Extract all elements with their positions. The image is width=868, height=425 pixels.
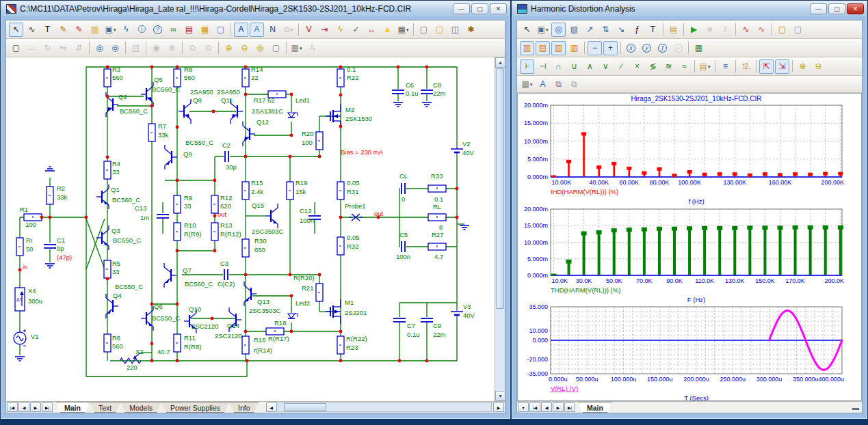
component-R32[interactable] bbox=[337, 237, 344, 255]
component-Q9[interactable] bbox=[165, 145, 177, 169]
node-voltages-icon[interactable]: V bbox=[302, 23, 316, 37]
valley-icon[interactable]: ∪ bbox=[567, 59, 581, 74]
component-R1[interactable] bbox=[24, 214, 42, 221]
stepping-icon[interactable]: ∿ bbox=[754, 23, 769, 37]
inflection-icon[interactable]: × bbox=[630, 59, 644, 74]
tab-text[interactable]: Text bbox=[90, 402, 120, 413]
next-page-button[interactable]: ▶ bbox=[30, 402, 41, 412]
component-R20[interactable] bbox=[316, 132, 323, 150]
component-R13[interactable] bbox=[211, 223, 218, 241]
component-R4[interactable] bbox=[104, 161, 111, 179]
minimize-button[interactable]: — bbox=[810, 3, 827, 14]
component-Q15[interactable] bbox=[265, 204, 278, 228]
find-part-wand-icon[interactable]: ϟ bbox=[119, 23, 133, 37]
prev-page-button[interactable]: ◀ bbox=[541, 402, 552, 412]
clipboard-icon[interactable]: ▤▾ bbox=[698, 59, 712, 74]
component-R33[interactable] bbox=[428, 185, 446, 192]
envelope-top-icon[interactable]: ≋ bbox=[661, 59, 676, 74]
scope-mode-icon[interactable]: ▧ bbox=[567, 23, 581, 37]
component-M2[interactable] bbox=[326, 104, 341, 128]
node-numbers-icon[interactable]: N bbox=[265, 23, 280, 37]
global-high-icon[interactable]: ∧ bbox=[583, 59, 597, 74]
horizontal-cursor-icon[interactable]: − bbox=[588, 41, 602, 55]
component-R3[interactable] bbox=[104, 69, 111, 87]
plot-group-1-icon[interactable]: ▥ bbox=[520, 41, 534, 55]
schematic-vscrollbar[interactable]: ▲ ▼ bbox=[495, 57, 505, 401]
pattern-icon[interactable]: ▦▾ bbox=[289, 41, 304, 55]
info-icon[interactable]: ⓘ bbox=[135, 23, 149, 37]
component-V1[interactable] bbox=[14, 329, 26, 346]
hscroll-stub[interactable]: ▬ bbox=[841, 402, 862, 413]
component-C2[interactable] bbox=[224, 150, 230, 163]
find-repeat-icon[interactable]: ◎ bbox=[108, 41, 122, 55]
tracker-cross-icon[interactable]: + bbox=[603, 41, 618, 55]
bring-front-icon[interactable]: ⧉ bbox=[551, 77, 566, 92]
analysis-titlebar[interactable]: Harmonic Distortion Analysis — ▢ ✕ bbox=[512, 1, 867, 16]
warning-icon[interactable]: ▲ bbox=[380, 23, 395, 37]
component-Q12[interactable] bbox=[243, 122, 255, 146]
maximize-button[interactable]: ▢ bbox=[471, 3, 488, 14]
component-M1[interactable] bbox=[326, 299, 341, 324]
f-range-icon[interactable]: ƒ bbox=[655, 41, 670, 55]
component-R30[interactable] bbox=[242, 239, 249, 257]
components[interactable]: ΔT bbox=[14, 69, 469, 364]
component-drop-icon[interactable]: ▣▾ bbox=[536, 23, 550, 37]
numeric-output-icon[interactable]: ⒓ bbox=[739, 59, 753, 74]
prev-page-button[interactable]: ◀ bbox=[18, 402, 29, 412]
zoom-in-icon[interactable]: ⊕ bbox=[795, 59, 810, 74]
component-R11[interactable] bbox=[174, 334, 181, 352]
vscroll-thumb[interactable] bbox=[496, 68, 504, 309]
component-R23[interactable] bbox=[337, 336, 344, 354]
x-range-icon[interactable]: x bbox=[624, 41, 638, 55]
run-icon[interactable]: ▶ bbox=[687, 23, 701, 37]
select-tool-icon[interactable]: ↖ bbox=[520, 23, 534, 37]
power-display-icon[interactable]: ϟ bbox=[333, 23, 347, 37]
component-gnd-r2[interactable] bbox=[45, 167, 55, 171]
zoom-out-icon[interactable]: ⊖ bbox=[237, 41, 252, 55]
annotate-doc-icon[interactable]: ▢ bbox=[213, 23, 228, 37]
font-icon[interactable]: A bbox=[536, 77, 550, 92]
scale-mode-icon[interactable]: ↗ bbox=[583, 23, 597, 37]
last-page-button[interactable]: ▶| bbox=[42, 402, 53, 412]
zoom-window-icon[interactable]: ◎ bbox=[551, 23, 566, 37]
component-C7[interactable] bbox=[393, 317, 406, 323]
spreadsheet-icon[interactable]: ▦ bbox=[198, 23, 212, 37]
close-button[interactable]: ✕ bbox=[847, 3, 864, 14]
point-tag-icon[interactable]: ↘ bbox=[614, 23, 629, 37]
find-icon[interactable]: ◎ bbox=[92, 41, 107, 55]
wire-mode-icon[interactable]: ∿ bbox=[25, 23, 39, 37]
first-page-button[interactable]: |◀ bbox=[529, 402, 540, 412]
schematic-drawing[interactable]: ΔTR3560Q5BC560_CQ2BC560_CR85602SA950Q82S… bbox=[6, 57, 496, 401]
component-C9[interactable] bbox=[421, 317, 433, 323]
component-gnd-c6[interactable] bbox=[393, 102, 403, 107]
plot-group-3-icon[interactable]: ▥ bbox=[551, 41, 566, 55]
component-picker-icon[interactable]: ▣▾ bbox=[103, 23, 118, 37]
wires[interactable] bbox=[20, 67, 464, 376]
help-icon[interactable]: ? bbox=[150, 23, 165, 37]
component-R21[interactable] bbox=[316, 284, 323, 301]
component-Probe1[interactable] bbox=[349, 214, 363, 221]
flag-wave-a-icon[interactable]: A bbox=[250, 23, 264, 37]
component-R2[interactable] bbox=[47, 187, 53, 204]
cursor-left-icon[interactable]: ⊦ bbox=[520, 59, 534, 74]
component-Led1[interactable] bbox=[288, 113, 298, 118]
data-points-box-icon[interactable]: ▢ bbox=[791, 23, 805, 37]
crossing-icon[interactable]: ≶ bbox=[646, 59, 660, 74]
send-back-icon[interactable]: ⧉ bbox=[567, 77, 581, 92]
condition-display-icon[interactable]: ✓ bbox=[349, 23, 363, 37]
zoom-in-icon[interactable]: ⊕ bbox=[222, 41, 236, 55]
maximize-button[interactable]: ▢ bbox=[828, 3, 845, 14]
component-R14[interactable] bbox=[242, 69, 249, 87]
component-Q13[interactable] bbox=[244, 282, 257, 306]
minimize-button[interactable]: — bbox=[453, 3, 470, 14]
page-list-dropdown-icon[interactable]: ▾ bbox=[518, 402, 529, 412]
envelope-bottom-icon[interactable]: ≈ bbox=[677, 59, 692, 74]
distortion-charts[interactable]: Hiraga_2SK1530-2SJ201_10kHz-FCD.CIR20.00… bbox=[518, 94, 854, 400]
component-gnd-out[interactable] bbox=[460, 225, 469, 230]
component-Q8[interactable] bbox=[179, 99, 191, 124]
component-Ri[interactable] bbox=[16, 238, 23, 256]
tab-main[interactable]: Main bbox=[55, 402, 90, 413]
auto-scale-icon[interactable]: ⇱ bbox=[759, 59, 774, 74]
component-R19[interactable] bbox=[287, 182, 293, 200]
flag-pencil-icon[interactable]: ✎ bbox=[72, 23, 86, 37]
